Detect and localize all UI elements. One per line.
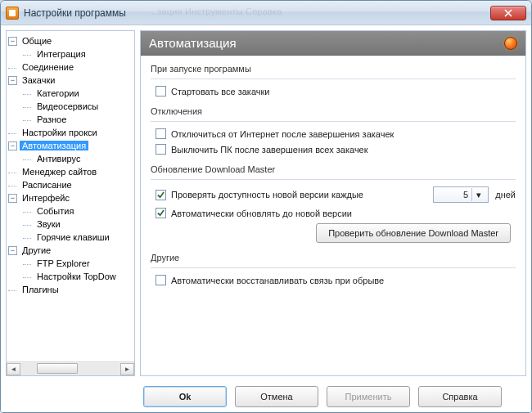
scroll-track[interactable] <box>20 363 120 375</box>
group-title: Обновление Download Master <box>151 164 516 174</box>
combo-value: 5 <box>439 190 471 200</box>
interval-combobox[interactable]: 5 ▾ <box>433 186 489 203</box>
cancel-button[interactable]: Отмена <box>235 386 318 407</box>
group-other: Другие Автоматически восстанавливать свя… <box>151 253 516 285</box>
tree-item-proxy[interactable]: Настройки прокси <box>20 128 100 137</box>
days-label: дней <box>495 190 516 200</box>
settings-tree[interactable]: −Общие Интеграция Соединение −Закачки Ка… <box>7 31 134 361</box>
tree-item-connection[interactable]: Соединение <box>20 62 76 72</box>
checkbox-poweroff[interactable] <box>156 144 166 155</box>
scroll-thumb[interactable] <box>37 363 78 374</box>
tree-item-plugins[interactable]: Плагины <box>20 285 61 294</box>
scroll-left-button[interactable]: ◄ <box>7 363 20 375</box>
scroll-right-button[interactable]: ► <box>120 363 134 375</box>
tree-toggle[interactable]: − <box>8 76 17 85</box>
tree-item-sounds[interactable]: Звуки <box>34 219 63 229</box>
settings-window: Настройки программы …зация Инструменты С… <box>0 0 532 413</box>
checkbox-start-all[interactable] <box>156 86 166 97</box>
chevron-down-icon: ▾ <box>471 188 485 201</box>
checkbox-label: Стартовать все закачки <box>171 87 269 97</box>
tree-toggle[interactable]: − <box>8 141 17 150</box>
page-header: Автоматизация <box>141 31 525 56</box>
ok-button[interactable]: Ok <box>143 386 227 407</box>
tree-item-antivirus[interactable]: Антивирус <box>34 154 83 164</box>
tree-item-video[interactable]: Видеосервисы <box>34 101 101 111</box>
check-update-button[interactable]: Проверить обновление Download Master <box>316 223 511 243</box>
window-title: Настройки программы <box>24 7 126 19</box>
apply-button[interactable]: Применить <box>327 386 410 407</box>
group-title: Другие <box>151 253 516 263</box>
tree-item-integration[interactable]: Интеграция <box>34 49 88 59</box>
tree-item-downloads[interactable]: Закачки <box>20 75 57 85</box>
tree-item-interface[interactable]: Интерфейс <box>20 193 72 203</box>
tree-item-events[interactable]: События <box>34 206 76 216</box>
tree-item-categories[interactable]: Категории <box>34 88 82 98</box>
tree-toggle[interactable]: − <box>8 194 17 203</box>
tree-item-general[interactable]: Общие <box>20 36 54 46</box>
titlebar[interactable]: Настройки программы …зация Инструменты С… <box>1 1 531 25</box>
background-menu-ghost: …зация Инструменты Справка <box>148 7 282 16</box>
tree-item-topdown[interactable]: Настройки TopDow <box>34 272 119 281</box>
checkbox-label: Автоматически восстанавливать связь при … <box>171 276 384 285</box>
tree-item-sitemgr[interactable]: Менеджер сайтов <box>20 167 99 177</box>
tree-item-schedule[interactable]: Расписание <box>20 180 74 190</box>
tree-item-misc[interactable]: Разное <box>34 114 69 124</box>
close-icon <box>504 9 512 17</box>
group-update: Обновление Download Master Проверять дос… <box>151 164 516 243</box>
help-button[interactable]: Справка <box>418 386 502 407</box>
tree-item-automation[interactable]: Автоматизация <box>20 141 88 150</box>
header-orb-icon <box>504 37 517 50</box>
tree-item-other[interactable]: Другие <box>20 245 53 255</box>
checkbox-disconnect[interactable] <box>156 128 166 139</box>
close-button[interactable] <box>490 6 526 20</box>
app-icon <box>6 7 19 20</box>
checkbox-label: Выключить ПК после завершения всех закач… <box>171 145 368 155</box>
group-shutdown: Отключения Отключиться от Интернет после… <box>151 106 516 155</box>
group-startup: При запуске программы Стартовать все зак… <box>151 64 516 97</box>
dialog-buttons: Ok Отмена Применить Справка <box>1 381 531 412</box>
checkbox-check-version[interactable] <box>156 190 166 200</box>
tree-item-ftp[interactable]: FTP Explorer <box>34 258 92 268</box>
group-title: При запуске программы <box>151 64 516 74</box>
tree-toggle[interactable]: − <box>8 37 17 46</box>
checkbox-label: Проверять доступность новой версии кажды… <box>171 190 363 200</box>
checkbox-reconnect[interactable] <box>156 275 166 285</box>
group-title: Отключения <box>151 106 516 116</box>
page-title: Автоматизация <box>149 36 237 50</box>
content-panel: Автоматизация При запуске программы Стар… <box>140 30 526 376</box>
checkbox-auto-update[interactable] <box>156 208 166 218</box>
checkbox-label: Отключиться от Интернет после завершения… <box>171 129 394 139</box>
tree-item-hotkeys[interactable]: Горячие клавиши <box>34 232 112 242</box>
tree-toggle[interactable]: − <box>8 246 17 255</box>
tree-hscrollbar[interactable]: ◄ ► <box>7 361 134 375</box>
sidebar: −Общие Интеграция Соединение −Закачки Ка… <box>6 30 135 376</box>
checkbox-label: Автоматически обновлять до новой версии <box>171 209 352 218</box>
